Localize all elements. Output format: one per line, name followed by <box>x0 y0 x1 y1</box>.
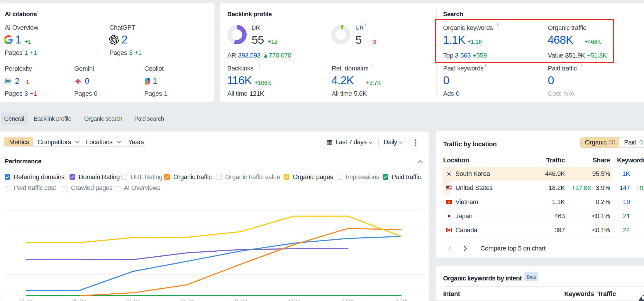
svg-text:31 Jan: 31 Jan <box>233 299 248 301</box>
svg-text:28 Jan: 28 Jan <box>72 299 87 301</box>
svg-text:27 Jan: 27 Jan <box>19 299 33 301</box>
svg-text:30 Jan: 30 Jan <box>180 299 194 301</box>
svg-text:1 Feb: 1 Feb <box>288 299 300 301</box>
svg-text:29 Jan: 29 Jan <box>126 299 140 301</box>
svg-text:3 Feb: 3 Feb <box>396 299 408 301</box>
svg-text:2 Feb: 2 Feb <box>342 299 354 301</box>
